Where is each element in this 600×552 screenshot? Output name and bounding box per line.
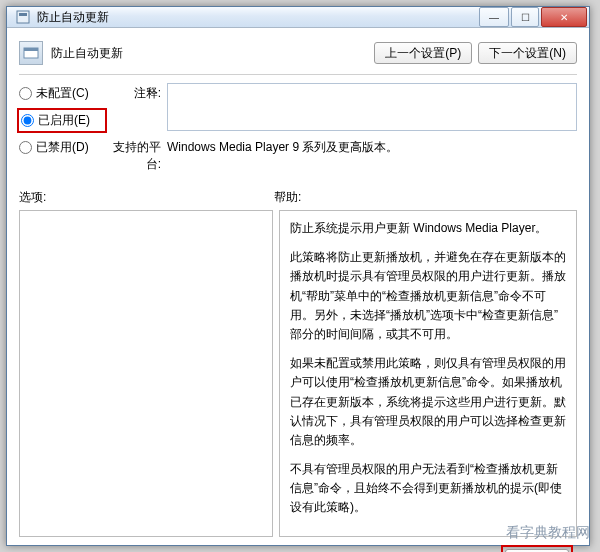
comment-label: 注释: (105, 83, 167, 131)
radio-not-configured[interactable]: 未配置(C) (19, 85, 105, 102)
close-button[interactable]: ✕ (541, 7, 587, 27)
help-p1: 防止系统提示用户更新 Windows Media Player。 (290, 219, 566, 238)
radio-enabled[interactable]: 已启用(E) (21, 112, 103, 129)
next-setting-button[interactable]: 下一个设置(N) (478, 42, 577, 64)
comment-textarea[interactable] (167, 83, 577, 131)
radio-enabled-highlight: 已启用(E) (17, 108, 107, 133)
header-row: 防止自动更新 上一个设置(P) 下一个设置(N) (19, 36, 577, 70)
prev-setting-button[interactable]: 上一个设置(P) (374, 42, 472, 64)
options-label: 选项: (19, 189, 274, 206)
dialog-content: 防止自动更新 上一个设置(P) 下一个设置(N) 未配置(C) 已启用(E) (7, 28, 589, 552)
radio-disabled[interactable]: 已禁用(D) (19, 139, 105, 156)
platform-label: 支持的平台: (105, 137, 167, 173)
platform-value: Windows Media Player 9 系列及更高版本。 (167, 137, 577, 173)
policy-title: 防止自动更新 (51, 45, 374, 62)
titlebar[interactable]: 防止自动更新 — ☐ ✕ (7, 7, 589, 28)
policy-icon (19, 41, 43, 65)
lower-labels: 选项: 帮助: (19, 189, 577, 206)
ok-button-highlight: 确定 (501, 545, 573, 552)
titlebar-title: 防止自动更新 (37, 9, 477, 26)
app-icon (15, 9, 31, 25)
platform-row: 支持的平台: Windows Media Player 9 系列及更高版本。 (105, 137, 577, 173)
separator (19, 74, 577, 75)
svg-rect-3 (24, 48, 38, 51)
panes: 防止系统提示用户更新 Windows Media Player。 此策略将防止更… (19, 210, 577, 537)
ok-button[interactable]: 确定 (505, 549, 569, 552)
help-label: 帮助: (274, 189, 301, 206)
config-area: 未配置(C) 已启用(E) 已禁用(D) 注释: (19, 83, 577, 173)
help-pane: 防止系统提示用户更新 Windows Media Player。 此策略将防止更… (279, 210, 577, 537)
options-pane (19, 210, 273, 537)
window-controls: — ☐ ✕ (477, 7, 587, 27)
radio-disabled-label: 已禁用(D) (36, 139, 89, 156)
footer: 确定 (19, 537, 577, 552)
minimize-button[interactable]: — (479, 7, 509, 27)
nav-buttons: 上一个设置(P) 下一个设置(N) (374, 42, 577, 64)
fields-column: 注释: 支持的平台: Windows Media Player 9 系列及更高版… (105, 83, 577, 173)
watermark-text: 看字典教程网 (506, 524, 590, 542)
radio-not-configured-input[interactable] (19, 87, 32, 100)
help-p4: 不具有管理员权限的用户无法看到“检查播放机更新信息”命令，且始终不会得到更新播放… (290, 460, 566, 518)
svg-rect-1 (19, 13, 27, 16)
radio-not-configured-label: 未配置(C) (36, 85, 89, 102)
help-p2: 此策略将防止更新播放机，并避免在存在更新版本的播放机时提示具有管理员权限的用户进… (290, 248, 566, 344)
help-p3: 如果未配置或禁用此策略，则仅具有管理员权限的用户可以使用“检查播放机更新信息”命… (290, 354, 566, 450)
radio-column: 未配置(C) 已启用(E) 已禁用(D) (19, 83, 105, 173)
lower-area: 选项: 帮助: 防止系统提示用户更新 Windows Media Player。… (19, 189, 577, 537)
radio-enabled-input[interactable] (21, 114, 34, 127)
comment-row: 注释: (105, 83, 577, 131)
maximize-button[interactable]: ☐ (511, 7, 539, 27)
dialog-window: 防止自动更新 — ☐ ✕ 防止自动更新 上一个设置(P) 下一个设置(N) 未配… (6, 6, 590, 546)
radio-disabled-input[interactable] (19, 141, 32, 154)
radio-enabled-label: 已启用(E) (38, 112, 90, 129)
svg-rect-0 (17, 11, 29, 23)
